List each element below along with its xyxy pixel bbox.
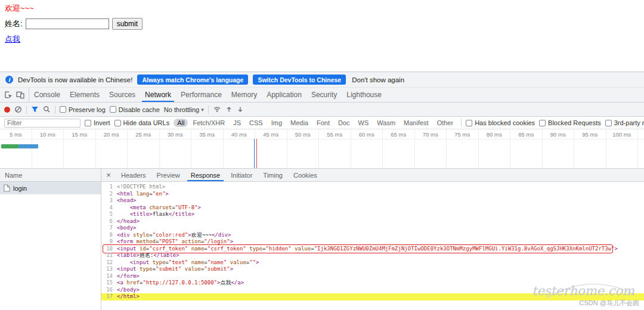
blocked-requests-checkbox[interactable]: Blocked Requests xyxy=(539,119,601,126)
name-column-header[interactable]: Name xyxy=(0,169,101,182)
close-icon[interactable]: × xyxy=(101,169,116,181)
filter-pill-all[interactable]: All xyxy=(174,119,188,127)
webpage-viewport: 欢迎~~~ 姓名: submit 点我 xyxy=(0,0,644,72)
third-party-requests-checkbox[interactable]: 3rd-party requests xyxy=(605,119,644,126)
code-line: 15<a href="http://127.0.0.1:5000">点我</a> xyxy=(101,280,644,287)
network-overview-timeline[interactable]: 100 ms95 ms90 ms85 ms80 ms75 ms70 ms65 m… xyxy=(0,129,644,169)
always-match-language-button[interactable]: Always match Chrome's language xyxy=(137,75,248,85)
network-content: Name login × HeadersPreviewResponseIniti… xyxy=(0,169,644,310)
detail-tab-headers[interactable]: Headers xyxy=(116,169,151,181)
hide-data-urls-checkbox[interactable]: Hide data URLs xyxy=(114,119,170,126)
line-number: 2 xyxy=(101,191,117,198)
filter-pill-other[interactable]: Other xyxy=(434,119,457,127)
filter-pill-css[interactable]: CSS xyxy=(246,119,267,127)
code-line: 16</body> xyxy=(101,287,644,294)
line-text: <a href="http://127.0.0.1:5000">点我</a> xyxy=(117,280,644,287)
tab-network[interactable]: Network xyxy=(140,88,176,102)
clear-network-log-icon[interactable] xyxy=(14,106,22,113)
search-icon[interactable] xyxy=(43,106,51,113)
filter-pill-fetch-xhr[interactable]: Fetch/XHR xyxy=(189,119,228,127)
filter-pill-manifest[interactable]: Manifest xyxy=(400,119,432,127)
timeline-tick: 100 ms xyxy=(606,129,639,168)
checkbox-icon xyxy=(539,120,546,126)
tab-performance[interactable]: Performance xyxy=(176,88,227,102)
document-icon xyxy=(4,184,10,192)
timeline-tick: 70 ms xyxy=(415,129,447,168)
filter-pill-wasm[interactable]: Wasm xyxy=(373,119,399,127)
device-toolbar-icon[interactable] xyxy=(16,91,24,99)
filter-pill-img[interactable]: Img xyxy=(268,119,286,127)
tab-console[interactable]: Console xyxy=(29,88,65,102)
tab-elements[interactable]: Elements xyxy=(65,88,104,102)
detail-tab-cookies[interactable]: Cookies xyxy=(288,169,323,181)
line-text: <title>flask</title> xyxy=(117,211,644,218)
toolbar-divider xyxy=(26,106,27,114)
line-text: <!DOCTYPE html> xyxy=(117,184,644,191)
load-event-line xyxy=(256,139,257,168)
notification-message: DevTools is now available in Chinese! xyxy=(18,76,132,83)
inspect-element-icon[interactable] xyxy=(4,91,13,99)
detail-tab-preview[interactable]: Preview xyxy=(151,169,185,181)
request-rows: login xyxy=(0,182,101,194)
tab-memory[interactable]: Memory xyxy=(227,88,262,102)
network-filter-input[interactable] xyxy=(4,119,80,128)
checkbox-icon xyxy=(466,120,472,126)
checkbox-icon xyxy=(60,106,66,113)
timeline-tick: 50 ms xyxy=(287,129,320,168)
filter-pill-ws[interactable]: WS xyxy=(355,119,373,127)
timeline-tick: 40 ms xyxy=(224,129,256,168)
detail-tab-response[interactable]: Response xyxy=(185,169,226,181)
switch-devtools-chinese-button[interactable]: Switch DevTools to Chinese xyxy=(253,75,346,85)
timeline-tick: 75 ms xyxy=(447,129,479,168)
preserve-log-checkbox[interactable]: Preserve log xyxy=(60,106,106,113)
code-line: 17</html> xyxy=(101,293,644,300)
line-text: <head> xyxy=(117,197,644,204)
devtools-language-notification: i DevTools is now available in Chinese! … xyxy=(0,72,644,88)
line-text: </body> xyxy=(117,287,644,294)
tab-lighthouse[interactable]: Lighthouse xyxy=(342,88,386,102)
invert-checkbox[interactable]: Invert xyxy=(85,119,110,126)
filter-pill-media[interactable]: Media xyxy=(287,119,312,127)
line-number: 15 xyxy=(101,280,117,287)
devtools-main-tabs: ConsoleElementsSourcesNetworkPerformance… xyxy=(29,88,386,102)
disable-cache-checkbox[interactable]: Disable cache xyxy=(110,106,160,113)
request-list-panel: Name login xyxy=(0,169,101,310)
filter-pill-doc[interactable]: Doc xyxy=(335,119,354,127)
import-har-icon[interactable] xyxy=(225,106,233,113)
detail-tab-initiator[interactable]: Initiator xyxy=(225,169,258,181)
has-blocked-cookies-checkbox[interactable]: Has blocked cookies xyxy=(466,119,535,126)
checkbox-icon xyxy=(114,120,121,126)
line-number: 17 xyxy=(101,293,117,300)
detail-tab-timing[interactable]: Timing xyxy=(258,169,288,181)
timeline-tick: 30 ms xyxy=(160,129,192,168)
code-line: 1<!DOCTYPE html> xyxy=(101,184,644,191)
request-row-login[interactable]: login xyxy=(0,182,101,194)
submit-button[interactable]: submit xyxy=(112,18,143,30)
info-icon: i xyxy=(5,76,13,83)
toolbar-divider xyxy=(208,106,209,114)
tab-application[interactable]: Application xyxy=(262,88,306,102)
name-input[interactable] xyxy=(26,18,109,29)
code-line: 2<html lang="en"> xyxy=(101,191,644,198)
throttling-select[interactable]: No throttling ▾ xyxy=(164,106,204,113)
filter-pill-font[interactable]: Font xyxy=(313,119,333,127)
timeline-tick: 65 ms xyxy=(383,129,415,168)
export-har-icon[interactable] xyxy=(237,106,244,113)
line-number: 4 xyxy=(101,204,117,212)
timeline-tick: 10 ms xyxy=(32,129,64,168)
checkbox-icon xyxy=(110,106,116,113)
click-me-link[interactable]: 点我 xyxy=(5,34,20,45)
code-line: 3<head> xyxy=(101,197,644,204)
timeline-tick: 35 ms xyxy=(191,129,224,168)
record-network-log-button[interactable] xyxy=(4,107,10,113)
checkbox-icon xyxy=(85,120,91,126)
line-number: 10 xyxy=(101,246,117,253)
tab-sources[interactable]: Sources xyxy=(104,88,140,102)
line-text: <lable>姓名:</lable> xyxy=(117,252,644,259)
filter-funnel-icon[interactable] xyxy=(31,106,39,113)
dont-show-again-link[interactable]: Don't show again xyxy=(352,76,404,83)
filter-pill-js[interactable]: JS xyxy=(230,119,244,127)
tab-security[interactable]: Security xyxy=(306,88,342,102)
network-conditions-icon[interactable] xyxy=(213,106,221,113)
line-text: <input type="text" name="name" value=""> xyxy=(117,259,644,266)
